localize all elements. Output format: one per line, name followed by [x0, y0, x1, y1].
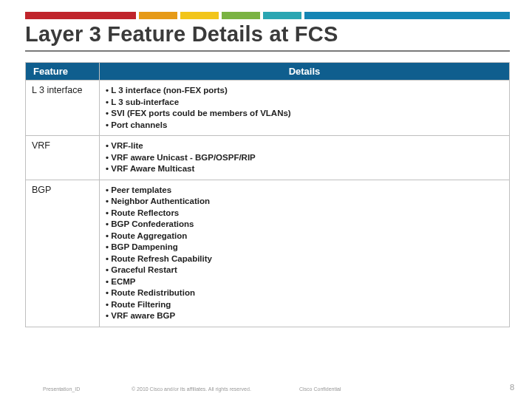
stripe-teal [263, 12, 301, 19]
list-item: BGP Confederations [106, 219, 503, 231]
detail-list: Peer templates Neighbor Authentication R… [106, 185, 503, 322]
list-item: Graceful Restart [106, 265, 503, 276]
list-item: Route Reflectors [106, 208, 503, 219]
stripe-green [222, 12, 260, 19]
list-item: L 3 sub-interface [106, 97, 503, 109]
table-header-row: Feature Details [26, 63, 510, 81]
slide-title: Layer 3 Feature Details at FCS [25, 22, 338, 47]
feature-name-cell: L 3 interface [26, 81, 100, 136]
table-row: VRF VRF-lite VRF aware Unicast - BGP/OSP… [26, 136, 510, 180]
detail-list: VRF-lite VRF aware Unicast - BGP/OSPF/RI… [106, 140, 503, 175]
feature-table: Feature Details L 3 interface L 3 interf… [25, 62, 510, 327]
title-rule [25, 50, 510, 52]
table-row: L 3 interface L 3 interface (non-FEX por… [26, 81, 510, 136]
feature-name-cell: VRF [26, 136, 100, 180]
stripe-red [25, 12, 136, 19]
list-item: SVI (FEX ports could be members of VLANs… [106, 108, 503, 120]
feature-details-cell: Peer templates Neighbor Authentication R… [100, 180, 510, 327]
list-item: Port channels [106, 120, 503, 132]
list-item: Route Redistribution [106, 287, 503, 299]
feature-name: BGP [32, 185, 51, 195]
list-item: VRF aware Unicast - BGP/OSPF/RIP [106, 152, 503, 164]
stripe-yellow [180, 12, 219, 19]
list-item: ECMP [106, 276, 503, 288]
table-row: BGP Peer templates Neighbor Authenticati… [26, 180, 510, 327]
stripe-orange [139, 12, 177, 19]
list-item: BGP Dampening [106, 242, 503, 253]
feature-details-cell: L 3 interface (non-FEX ports) L 3 sub-in… [100, 81, 510, 136]
list-item: Route Refresh Capability [106, 253, 503, 265]
slide-footer: Presentation_ID © 2010 Cisco and/or its … [0, 380, 532, 392]
list-item: Route Aggregation [106, 231, 503, 242]
page-number: 8 [510, 383, 514, 392]
confidential-text: Cisco Confidential [299, 386, 341, 392]
feature-name: VRF [32, 140, 50, 151]
list-item: Neighbor Authentication [106, 196, 503, 208]
list-item: Route Filtering [106, 299, 503, 311]
col-header-feature: Feature [26, 63, 100, 81]
list-item: VRF Aware Multicast [106, 163, 503, 175]
feature-name: L 3 interface [32, 85, 82, 95]
copyright-text: © 2010 Cisco and/or its affiliates. All … [132, 386, 251, 392]
slide: Layer 3 Feature Details at FCS Feature D… [0, 0, 532, 399]
col-header-details: Details [100, 63, 510, 81]
feature-details-cell: VRF-lite VRF aware Unicast - BGP/OSPF/RI… [100, 136, 510, 180]
list-item: VRF-lite [106, 140, 503, 152]
list-item: L 3 interface (non-FEX ports) [106, 85, 503, 97]
presentation-id: Presentation_ID [43, 386, 80, 392]
list-item: Peer templates [106, 185, 503, 197]
feature-name-cell: BGP [26, 180, 100, 327]
stripe-blue [304, 12, 510, 19]
brand-stripe [0, 12, 532, 19]
list-item: VRF aware BGP [106, 310, 503, 322]
detail-list: L 3 interface (non-FEX ports) L 3 sub-in… [106, 85, 503, 131]
